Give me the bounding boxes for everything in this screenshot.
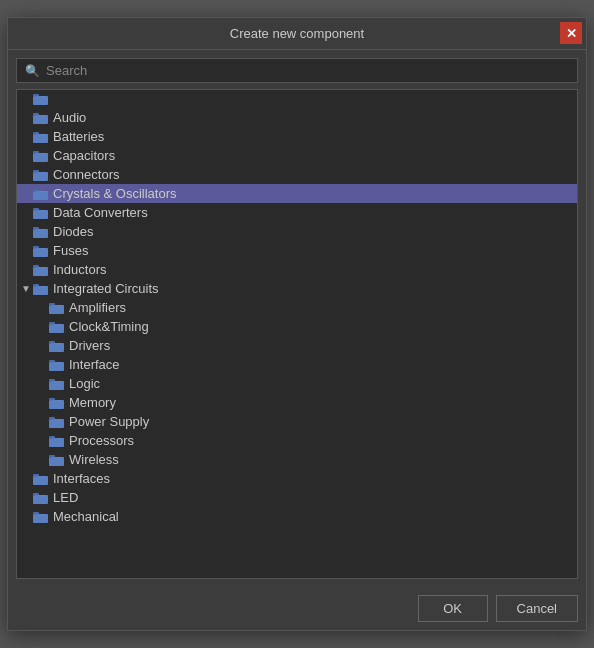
folder-icon — [33, 263, 49, 277]
create-component-dialog: Create new component ✕ 🔍 Audio — [7, 17, 587, 631]
svg-rect-12 — [33, 172, 48, 181]
svg-rect-36 — [49, 324, 64, 333]
folder-icon — [33, 510, 49, 524]
tree-item-label: Connectors — [53, 167, 119, 182]
tree-item-data-converters[interactable]: Data Converters — [17, 203, 577, 222]
tree-item-wireless[interactable]: Wireless — [17, 450, 577, 469]
tree-item-inductors[interactable]: Inductors — [17, 260, 577, 279]
tree-item-label: Fuses — [53, 243, 88, 258]
svg-rect-51 — [49, 419, 64, 428]
tree-item-label: Audio — [53, 110, 86, 125]
svg-rect-39 — [49, 343, 64, 352]
tree-item-crystals[interactable]: Crystals & Oscillators — [17, 184, 577, 203]
tree-item-batteries[interactable]: Batteries — [17, 127, 577, 146]
svg-rect-20 — [35, 210, 46, 211]
svg-rect-38 — [51, 324, 62, 325]
folder-icon — [49, 396, 65, 410]
svg-rect-23 — [35, 229, 46, 230]
folder-icon — [33, 92, 49, 106]
svg-rect-0 — [33, 96, 48, 105]
cancel-button[interactable]: Cancel — [496, 595, 578, 622]
tree-item-led[interactable]: LED — [17, 488, 577, 507]
tree-item-label: Memory — [69, 395, 116, 410]
tree-item-label: Mechanical — [53, 509, 119, 524]
folder-icon — [49, 434, 65, 448]
dialog-title: Create new component — [230, 26, 364, 41]
svg-rect-27 — [33, 267, 48, 276]
svg-rect-11 — [35, 153, 46, 154]
svg-rect-3 — [33, 115, 48, 124]
search-bar: 🔍 — [16, 58, 578, 83]
search-input[interactable] — [46, 63, 569, 78]
dialog-footer: OK Cancel — [8, 587, 586, 630]
tree-item-label: Interfaces — [53, 471, 110, 486]
folder-icon — [33, 168, 49, 182]
folder-icon — [33, 187, 49, 201]
svg-rect-63 — [33, 495, 48, 504]
svg-rect-8 — [35, 134, 46, 135]
svg-rect-42 — [49, 362, 64, 371]
dialog-body: 🔍 Audio Batteries — [8, 50, 586, 587]
tree-item-clock-timing[interactable]: Clock&Timing — [17, 317, 577, 336]
svg-rect-66 — [33, 514, 48, 523]
svg-rect-56 — [51, 438, 62, 439]
folder-icon — [49, 415, 65, 429]
tree-item-label: Data Converters — [53, 205, 148, 220]
folder-icon — [49, 301, 65, 315]
svg-rect-15 — [33, 191, 48, 200]
tree-item-drivers[interactable]: Drivers — [17, 336, 577, 355]
svg-rect-57 — [49, 457, 64, 466]
tree-item-logic[interactable]: Logic — [17, 374, 577, 393]
tree-item-label: Diodes — [53, 224, 93, 239]
tree-item-audio[interactable]: Audio — [17, 108, 577, 127]
svg-rect-17 — [35, 191, 46, 192]
search-icon: 🔍 — [25, 64, 40, 78]
tree-item-interface[interactable]: Interface — [17, 355, 577, 374]
svg-rect-6 — [33, 134, 48, 143]
tree-item-mechanical[interactable]: Mechanical — [17, 507, 577, 526]
tree-item-processors[interactable]: Processors — [17, 431, 577, 450]
tree-item-label: Crystals & Oscillators — [53, 186, 177, 201]
folder-icon — [49, 453, 65, 467]
tree-item-power-supply[interactable]: Power Supply — [17, 412, 577, 431]
svg-rect-32 — [35, 286, 46, 287]
svg-rect-59 — [51, 457, 62, 458]
tree-item-memory[interactable]: Memory — [17, 393, 577, 412]
expand-arrow: ▼ — [21, 283, 33, 294]
tree-item-label: Batteries — [53, 129, 104, 144]
svg-rect-53 — [51, 419, 62, 420]
folder-icon — [33, 225, 49, 239]
svg-rect-50 — [51, 400, 62, 401]
svg-rect-29 — [35, 267, 46, 268]
tree-item-amplifiers[interactable]: Amplifiers — [17, 298, 577, 317]
folder-icon — [49, 339, 65, 353]
svg-rect-9 — [33, 153, 48, 162]
svg-rect-60 — [33, 476, 48, 485]
tree-item-interfaces[interactable]: Interfaces — [17, 469, 577, 488]
tree-item-label: Drivers — [69, 338, 110, 353]
tree-item-connectors[interactable]: Connectors — [17, 165, 577, 184]
svg-rect-2 — [35, 96, 46, 97]
folder-icon — [49, 358, 65, 372]
svg-rect-65 — [35, 495, 46, 496]
tree-item-fuses[interactable]: Fuses — [17, 241, 577, 260]
svg-rect-21 — [33, 229, 48, 238]
tree-item-integrated-circuits[interactable]: ▼ Integrated Circuits — [17, 279, 577, 298]
tree-item-label: Interface — [69, 357, 120, 372]
svg-rect-26 — [35, 248, 46, 249]
tree-item-label: Clock&Timing — [69, 319, 149, 334]
svg-rect-33 — [49, 305, 64, 314]
folder-icon — [33, 491, 49, 505]
ok-button[interactable]: OK — [418, 595, 488, 622]
svg-rect-62 — [35, 476, 46, 477]
tree-item-label: Integrated Circuits — [53, 281, 159, 296]
tree-item-diodes[interactable]: Diodes — [17, 222, 577, 241]
folder-icon — [33, 244, 49, 258]
tree-container[interactable]: Audio Batteries Capacitors Connectors — [16, 89, 578, 579]
tree-item-capacitors[interactable]: Capacitors — [17, 146, 577, 165]
close-button[interactable]: ✕ — [560, 22, 582, 44]
tree-item-undefined[interactable] — [17, 90, 577, 108]
folder-icon — [33, 472, 49, 486]
svg-rect-44 — [51, 362, 62, 363]
tree-item-label: LED — [53, 490, 78, 505]
